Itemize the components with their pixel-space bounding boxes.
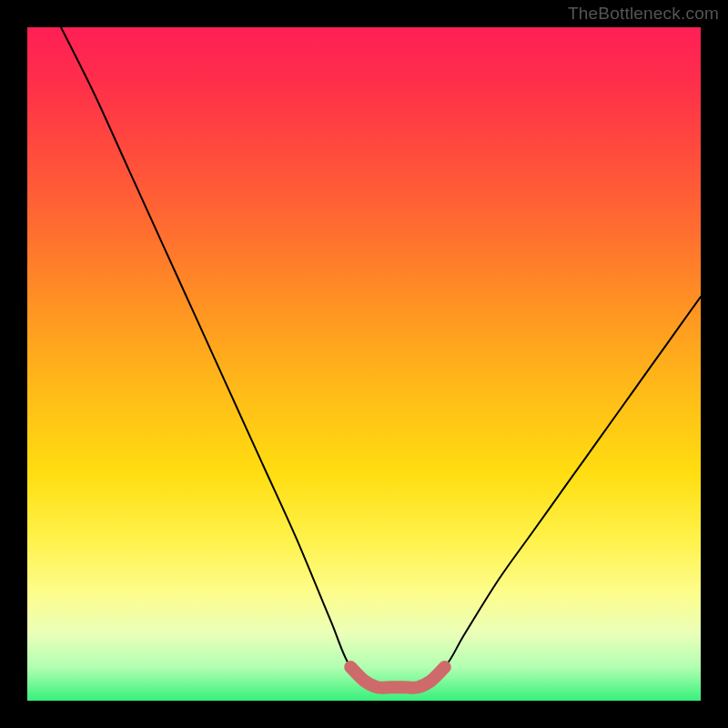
chart-frame: TheBottleneck.com (0, 0, 728, 728)
bottleneck-curve (61, 27, 701, 689)
plot-svg (27, 27, 701, 701)
plot-area (27, 27, 701, 701)
optimal-region-marker (350, 667, 445, 688)
watermark-text: TheBottleneck.com (568, 4, 719, 24)
